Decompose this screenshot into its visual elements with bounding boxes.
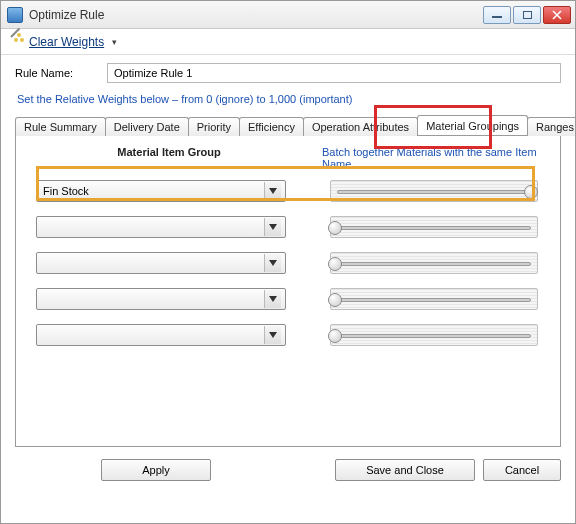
clear-weights-caret-icon[interactable]: ▾ [112, 37, 117, 47]
material-combo[interactable] [36, 252, 286, 274]
material-combo-value: Fin Stock [43, 185, 89, 197]
material-combo[interactable]: Fin Stock [36, 180, 286, 202]
tab-material-groupings[interactable]: Material Groupings [417, 115, 528, 135]
tab-ranges[interactable]: Ranges [527, 117, 576, 136]
material-row [24, 320, 552, 350]
weight-slider[interactable] [330, 324, 538, 346]
tab-rule-summary[interactable]: Rule Summary [15, 117, 106, 136]
material-row: Fin Stock [24, 176, 552, 206]
panel-left-header: Material Item Group [24, 146, 314, 170]
apply-button[interactable]: Apply [101, 459, 211, 481]
chevron-down-icon[interactable] [264, 290, 281, 308]
weight-slider[interactable] [330, 216, 538, 238]
material-row [24, 284, 552, 314]
weights-hint: Set the Relative Weights below – from 0 … [17, 93, 561, 105]
clear-weights-icon [9, 34, 25, 50]
tab-efficiency[interactable]: Efficiency [239, 117, 304, 136]
clear-weights-link[interactable]: Clear Weights [29, 35, 104, 49]
window-title: Optimize Rule [29, 8, 483, 22]
weight-slider[interactable] [330, 288, 538, 310]
material-groupings-panel: Material Item Group Batch together Mater… [15, 135, 561, 447]
chevron-down-icon[interactable] [264, 218, 281, 236]
material-combo[interactable] [36, 288, 286, 310]
chevron-down-icon[interactable] [264, 326, 281, 344]
titlebar: Optimize Rule [1, 1, 575, 29]
weight-slider[interactable] [330, 252, 538, 274]
material-combo[interactable] [36, 216, 286, 238]
chevron-down-icon[interactable] [264, 254, 281, 272]
rule-name-input[interactable] [107, 63, 561, 83]
weight-slider[interactable] [330, 180, 538, 202]
save-and-close-button[interactable]: Save and Close [335, 459, 475, 481]
material-row [24, 248, 552, 278]
tab-priority[interactable]: Priority [188, 117, 240, 136]
tab-operation-attributes[interactable]: Operation Attributes [303, 117, 418, 136]
tabs-container: Rule SummaryDelivery DatePriorityEfficie… [15, 113, 561, 447]
chevron-down-icon[interactable] [264, 182, 281, 200]
app-icon [7, 7, 23, 23]
maximize-button[interactable] [513, 6, 541, 24]
minimize-button[interactable] [483, 6, 511, 24]
toolbar: Clear Weights ▾ [1, 29, 575, 55]
tab-delivery-date[interactable]: Delivery Date [105, 117, 189, 136]
panel-right-header: Batch together Materials with the same I… [314, 146, 552, 170]
material-row [24, 212, 552, 242]
rule-name-label: Rule Name: [15, 67, 107, 79]
close-button[interactable] [543, 6, 571, 24]
cancel-button[interactable]: Cancel [483, 459, 561, 481]
material-combo[interactable] [36, 324, 286, 346]
